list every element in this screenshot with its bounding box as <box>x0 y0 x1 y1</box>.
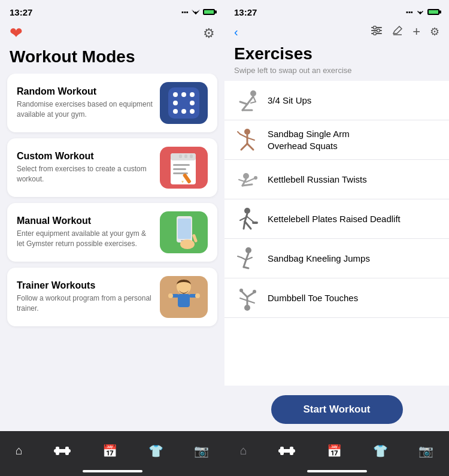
svg-line-42 <box>240 102 247 104</box>
right-battery-icon <box>427 9 439 15</box>
mode-text-manual: Manual Workout Enter equipment available… <box>17 216 153 249</box>
svg-point-5 <box>190 101 195 105</box>
exercise-name-4: Kettelebell Plates Raised Deadlift <box>268 213 401 225</box>
right-bottom-nav: ⌂ 📅 👕 📷 <box>224 431 449 476</box>
right-signal-icon: ▪▪▪ <box>406 8 413 16</box>
left-bottom-nav: ⌂ 📅 👕 📷 <box>0 431 224 476</box>
right-gear-icon[interactable]: ⚙ <box>430 25 439 38</box>
mode-text-trainer: Trainer Workouts Follow a workout progra… <box>17 280 153 314</box>
right-nav-camera[interactable]: 📷 <box>418 444 433 458</box>
svg-rect-14 <box>179 154 182 158</box>
mode-icon-random <box>160 82 208 124</box>
modes-list: Random Workout Randomise exercises based… <box>0 74 224 431</box>
left-status-icons: ▪▪▪ <box>181 8 215 16</box>
svg-line-56 <box>242 184 252 186</box>
right-page-title: Exercises <box>224 44 449 66</box>
mode-icon-manual <box>160 211 208 253</box>
svg-point-81 <box>253 290 256 293</box>
right-home-indicator <box>307 470 367 472</box>
svg-line-50 <box>247 138 254 140</box>
exercise-name-3: Kettlebell Russian Twists <box>268 174 367 186</box>
gear-icon[interactable]: ⚙ <box>203 26 215 41</box>
nav-home[interactable]: ⌂ <box>16 444 23 457</box>
svg-point-37 <box>377 29 380 32</box>
svg-point-54 <box>243 173 249 179</box>
right-nav-barbell[interactable] <box>278 444 296 458</box>
svg-line-52 <box>247 144 253 150</box>
mode-text-custom: Custom Workout Select from exercises to … <box>17 151 153 184</box>
mode-card-random[interactable]: Random Workout Randomise exercises based… <box>7 74 217 132</box>
start-workout-button[interactable]: Start Workout <box>271 395 403 424</box>
nav-camera[interactable]: 📷 <box>194 444 209 458</box>
add-icon[interactable]: + <box>412 24 420 40</box>
start-button-container: Start Workout <box>224 386 449 431</box>
svg-point-60 <box>244 208 250 214</box>
barbell-icon <box>54 449 71 453</box>
right-header: ‹ + ⚙ <box>224 22 449 44</box>
mode-card-trainer[interactable]: Trainer Workouts Follow a workout progra… <box>7 268 217 326</box>
svg-point-32 <box>195 293 200 298</box>
right-header-icons: + ⚙ <box>371 24 439 40</box>
svg-rect-12 <box>173 168 186 170</box>
svg-line-46 <box>251 102 256 103</box>
svg-line-76 <box>240 298 247 301</box>
svg-line-51 <box>241 144 247 150</box>
mode-desc-trainer: Follow a workout program from a personal… <box>17 293 153 314</box>
svg-point-3 <box>190 92 195 97</box>
left-header: ❤ ⚙ <box>0 22 224 47</box>
exercise-avatar-5 <box>234 245 260 272</box>
right-status-bar: 13:27 ▪▪▪ <box>224 0 449 22</box>
svg-line-58 <box>246 178 254 182</box>
svg-line-53 <box>238 132 240 134</box>
mode-icon-custom <box>160 147 208 189</box>
right-nav-calendar[interactable]: 📅 <box>327 444 342 458</box>
nav-barbell[interactable] <box>53 444 71 458</box>
back-button[interactable]: ‹ <box>234 25 238 39</box>
exercise-avatar-3 <box>234 166 260 193</box>
svg-point-40 <box>250 90 256 96</box>
svg-rect-25 <box>190 241 193 247</box>
exercise-item-6[interactable]: Dumbbell Toe Touches <box>224 278 449 318</box>
mode-card-manual[interactable]: Manual Workout Enter equipment available… <box>7 203 217 262</box>
exercise-item-5[interactable]: Sandbag Kneeling Jumps <box>224 239 449 278</box>
exercise-name-6: Dumbbell Toe Touches <box>268 292 358 304</box>
nav-chef[interactable]: 👕 <box>148 444 163 458</box>
right-nav-home[interactable]: ⌂ <box>240 444 247 457</box>
exercise-avatar-4 <box>234 206 260 232</box>
mode-title-trainer: Trainer Workouts <box>17 280 153 291</box>
svg-point-8 <box>190 109 195 114</box>
right-status-time: 13:27 <box>234 7 257 17</box>
mode-desc-random: Randomise exercises based on equipment a… <box>17 99 153 120</box>
right-subtitle: Swipe left to swap out an exercise <box>224 66 449 81</box>
svg-point-59 <box>254 176 257 180</box>
signal-icon: ▪▪▪ <box>181 8 189 16</box>
nav-calendar[interactable]: 📅 <box>102 444 117 458</box>
exercise-item-4[interactable]: Kettelebell Plates Raised Deadlift <box>224 199 449 239</box>
right-panel: 13:27 ▪▪▪ ‹ <box>224 0 449 476</box>
left-status-time: 13:27 <box>10 7 32 17</box>
mode-desc-custom: Select from exercises to create a custom… <box>17 164 153 184</box>
exercise-item-2[interactable]: Sandbag Single ArmOverhead Squats <box>224 120 449 160</box>
svg-rect-66 <box>252 222 258 224</box>
svg-point-7 <box>181 109 186 114</box>
exercise-avatar-1 <box>234 87 260 114</box>
right-wifi-icon <box>415 8 425 16</box>
exercise-item-1[interactable]: 3/4 Sit Ups <box>224 81 449 120</box>
edit-icon[interactable] <box>392 25 403 39</box>
svg-rect-23 <box>183 241 186 247</box>
filter-icon[interactable] <box>371 26 383 38</box>
home-indicator <box>83 470 142 472</box>
mode-card-custom[interactable]: Custom Workout Select from exercises to … <box>7 138 217 197</box>
mode-title-random: Random Workout <box>17 86 153 97</box>
exercise-item-3[interactable]: Kettlebell Russian Twists <box>224 160 449 199</box>
svg-point-31 <box>168 293 173 298</box>
left-panel: 13:27 ▪▪▪ ❤ ⚙ Workout Modes Ra <box>0 0 224 476</box>
svg-line-45 <box>253 96 256 102</box>
wifi-icon <box>191 8 201 16</box>
svg-point-6 <box>173 109 178 114</box>
svg-rect-28 <box>178 294 190 307</box>
svg-rect-20 <box>178 219 191 239</box>
left-page-title: Workout Modes <box>0 47 224 74</box>
mode-icon-trainer <box>160 276 208 318</box>
right-nav-chef[interactable]: 👕 <box>373 444 388 458</box>
